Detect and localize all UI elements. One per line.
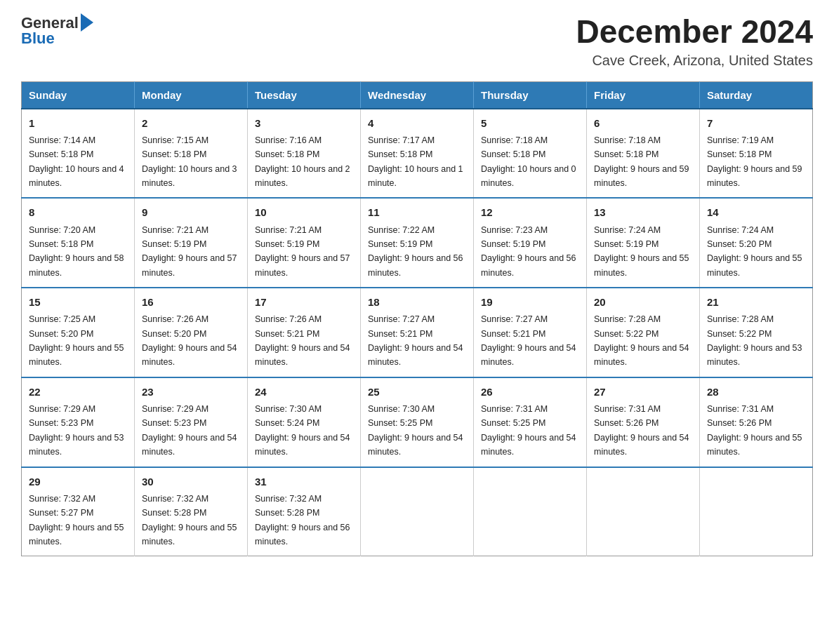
calendar-cell: 22 Sunrise: 7:29 AMSunset: 5:23 PMDaylig… xyxy=(22,377,135,467)
day-info: Sunrise: 7:19 AMSunset: 5:18 PMDaylight:… xyxy=(707,135,802,188)
calendar-cell: 14 Sunrise: 7:24 AMSunset: 5:20 PMDaylig… xyxy=(700,198,813,288)
day-number: 14 xyxy=(707,204,805,220)
day-info: Sunrise: 7:21 AMSunset: 5:19 PMDaylight:… xyxy=(142,225,237,278)
day-info: Sunrise: 7:16 AMSunset: 5:18 PMDaylight:… xyxy=(255,135,350,188)
day-number: 28 xyxy=(707,384,805,400)
calendar-cell: 29 Sunrise: 7:32 AMSunset: 5:27 PMDaylig… xyxy=(22,467,135,556)
day-number: 26 xyxy=(481,384,579,400)
weekday-header-friday: Friday xyxy=(587,81,700,109)
weekday-header-tuesday: Tuesday xyxy=(248,81,361,109)
page-title: December 2024 xyxy=(576,14,813,50)
day-number: 6 xyxy=(594,115,692,131)
day-info: Sunrise: 7:32 AMSunset: 5:28 PMDaylight:… xyxy=(142,494,237,546)
day-info: Sunrise: 7:17 AMSunset: 5:18 PMDaylight:… xyxy=(368,135,463,188)
day-info: Sunrise: 7:30 AMSunset: 5:24 PMDaylight:… xyxy=(255,404,350,457)
weekday-header-monday: Monday xyxy=(135,81,248,109)
day-number: 21 xyxy=(707,294,805,310)
calendar-cell: 30 Sunrise: 7:32 AMSunset: 5:28 PMDaylig… xyxy=(135,467,248,556)
day-info: Sunrise: 7:22 AMSunset: 5:19 PMDaylight:… xyxy=(368,225,463,278)
calendar-cell: 21 Sunrise: 7:28 AMSunset: 5:22 PMDaylig… xyxy=(700,288,813,377)
day-number: 1 xyxy=(29,115,127,131)
calendar-cell: 18 Sunrise: 7:27 AMSunset: 5:21 PMDaylig… xyxy=(361,288,474,377)
day-info: Sunrise: 7:18 AMSunset: 5:18 PMDaylight:… xyxy=(481,135,576,188)
calendar-cell: 15 Sunrise: 7:25 AMSunset: 5:20 PMDaylig… xyxy=(22,288,135,377)
calendar-cell xyxy=(361,467,474,556)
day-info: Sunrise: 7:24 AMSunset: 5:20 PMDaylight:… xyxy=(707,225,802,278)
calendar-cell: 28 Sunrise: 7:31 AMSunset: 5:26 PMDaylig… xyxy=(700,377,813,467)
week-row-1: 1 Sunrise: 7:14 AMSunset: 5:18 PMDayligh… xyxy=(22,109,813,199)
day-info: Sunrise: 7:32 AMSunset: 5:27 PMDaylight:… xyxy=(29,494,124,546)
day-number: 24 xyxy=(255,384,353,400)
calendar-cell: 20 Sunrise: 7:28 AMSunset: 5:22 PMDaylig… xyxy=(587,288,700,377)
calendar-cell: 16 Sunrise: 7:26 AMSunset: 5:20 PMDaylig… xyxy=(135,288,248,377)
day-number: 8 xyxy=(29,204,127,220)
day-number: 19 xyxy=(481,294,579,310)
day-info: Sunrise: 7:29 AMSunset: 5:23 PMDaylight:… xyxy=(29,404,124,457)
logo-blue: Blue xyxy=(21,29,55,48)
day-info: Sunrise: 7:23 AMSunset: 5:19 PMDaylight:… xyxy=(481,225,576,278)
day-number: 30 xyxy=(142,474,240,490)
day-number: 9 xyxy=(142,204,240,220)
day-info: Sunrise: 7:31 AMSunset: 5:25 PMDaylight:… xyxy=(481,404,576,457)
week-row-4: 22 Sunrise: 7:29 AMSunset: 5:23 PMDaylig… xyxy=(22,377,813,467)
calendar-cell: 23 Sunrise: 7:29 AMSunset: 5:23 PMDaylig… xyxy=(135,377,248,467)
page-subtitle: Cave Creek, Arizona, United States xyxy=(576,53,813,69)
day-info: Sunrise: 7:18 AMSunset: 5:18 PMDaylight:… xyxy=(594,135,689,188)
calendar-cell xyxy=(700,467,813,556)
weekday-header-thursday: Thursday xyxy=(474,81,587,109)
calendar-cell: 9 Sunrise: 7:21 AMSunset: 5:19 PMDayligh… xyxy=(135,198,248,288)
day-number: 16 xyxy=(142,294,240,310)
day-info: Sunrise: 7:32 AMSunset: 5:28 PMDaylight:… xyxy=(255,494,350,546)
logo-arrow-icon xyxy=(81,13,93,32)
calendar-cell: 24 Sunrise: 7:30 AMSunset: 5:24 PMDaylig… xyxy=(248,377,361,467)
page-header: General Blue December 2024 Cave Creek, A… xyxy=(21,14,813,69)
day-number: 3 xyxy=(255,115,353,131)
calendar-cell: 27 Sunrise: 7:31 AMSunset: 5:26 PMDaylig… xyxy=(587,377,700,467)
calendar-cell: 4 Sunrise: 7:17 AMSunset: 5:18 PMDayligh… xyxy=(361,109,474,199)
day-number: 22 xyxy=(29,384,127,400)
weekday-header-saturday: Saturday xyxy=(700,81,813,109)
day-number: 29 xyxy=(29,474,127,490)
calendar-cell: 25 Sunrise: 7:30 AMSunset: 5:25 PMDaylig… xyxy=(361,377,474,467)
calendar-cell: 12 Sunrise: 7:23 AMSunset: 5:19 PMDaylig… xyxy=(474,198,587,288)
weekday-header-wednesday: Wednesday xyxy=(361,81,474,109)
logo: General Blue xyxy=(21,14,93,48)
calendar-table: SundayMondayTuesdayWednesdayThursdayFrid… xyxy=(21,81,813,557)
day-info: Sunrise: 7:15 AMSunset: 5:18 PMDaylight:… xyxy=(142,135,237,188)
day-info: Sunrise: 7:20 AMSunset: 5:18 PMDaylight:… xyxy=(29,225,124,278)
calendar-cell: 31 Sunrise: 7:32 AMSunset: 5:28 PMDaylig… xyxy=(248,467,361,556)
day-info: Sunrise: 7:26 AMSunset: 5:21 PMDaylight:… xyxy=(255,314,350,367)
weekday-header-sunday: Sunday xyxy=(22,81,135,109)
calendar-cell: 2 Sunrise: 7:15 AMSunset: 5:18 PMDayligh… xyxy=(135,109,248,199)
day-number: 13 xyxy=(594,204,692,220)
calendar-cell: 5 Sunrise: 7:18 AMSunset: 5:18 PMDayligh… xyxy=(474,109,587,199)
calendar-cell: 8 Sunrise: 7:20 AMSunset: 5:18 PMDayligh… xyxy=(22,198,135,288)
day-number: 2 xyxy=(142,115,240,131)
day-info: Sunrise: 7:27 AMSunset: 5:21 PMDaylight:… xyxy=(481,314,576,367)
calendar-cell: 7 Sunrise: 7:19 AMSunset: 5:18 PMDayligh… xyxy=(700,109,813,199)
calendar-cell: 13 Sunrise: 7:24 AMSunset: 5:19 PMDaylig… xyxy=(587,198,700,288)
day-info: Sunrise: 7:24 AMSunset: 5:19 PMDaylight:… xyxy=(594,225,689,278)
day-info: Sunrise: 7:28 AMSunset: 5:22 PMDaylight:… xyxy=(707,314,802,367)
day-info: Sunrise: 7:27 AMSunset: 5:21 PMDaylight:… xyxy=(368,314,463,367)
calendar-cell xyxy=(474,467,587,556)
day-info: Sunrise: 7:28 AMSunset: 5:22 PMDaylight:… xyxy=(594,314,689,367)
day-info: Sunrise: 7:26 AMSunset: 5:20 PMDaylight:… xyxy=(142,314,237,367)
calendar-cell: 3 Sunrise: 7:16 AMSunset: 5:18 PMDayligh… xyxy=(248,109,361,199)
calendar-header: SundayMondayTuesdayWednesdayThursdayFrid… xyxy=(22,81,813,109)
day-info: Sunrise: 7:21 AMSunset: 5:19 PMDaylight:… xyxy=(255,225,350,278)
calendar-cell: 11 Sunrise: 7:22 AMSunset: 5:19 PMDaylig… xyxy=(361,198,474,288)
day-info: Sunrise: 7:30 AMSunset: 5:25 PMDaylight:… xyxy=(368,404,463,457)
day-number: 15 xyxy=(29,294,127,310)
day-number: 11 xyxy=(368,204,466,220)
calendar-cell: 26 Sunrise: 7:31 AMSunset: 5:25 PMDaylig… xyxy=(474,377,587,467)
title-block: December 2024 Cave Creek, Arizona, Unite… xyxy=(576,14,813,69)
calendar-body: 1 Sunrise: 7:14 AMSunset: 5:18 PMDayligh… xyxy=(22,109,813,556)
calendar-cell: 17 Sunrise: 7:26 AMSunset: 5:21 PMDaylig… xyxy=(248,288,361,377)
day-number: 4 xyxy=(368,115,466,131)
calendar-cell xyxy=(587,467,700,556)
calendar-cell: 1 Sunrise: 7:14 AMSunset: 5:18 PMDayligh… xyxy=(22,109,135,199)
day-number: 25 xyxy=(368,384,466,400)
day-number: 5 xyxy=(481,115,579,131)
day-info: Sunrise: 7:29 AMSunset: 5:23 PMDaylight:… xyxy=(142,404,237,457)
